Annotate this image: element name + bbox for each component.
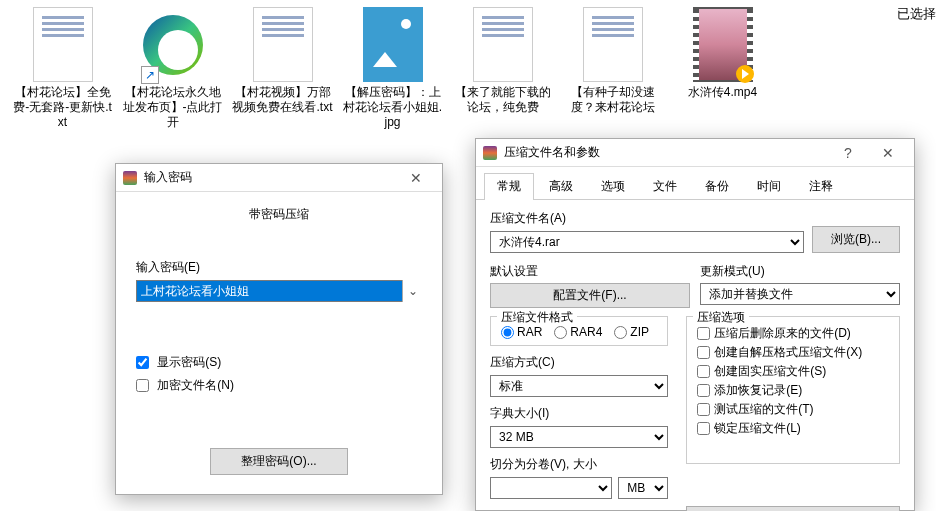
opt-test[interactable] <box>697 403 710 416</box>
tab-time[interactable]: 时间 <box>744 173 794 199</box>
encrypt-names-check[interactable] <box>136 379 149 392</box>
video-icon <box>693 7 753 82</box>
file-item-txt1[interactable]: 【村花论坛】全免费-无套路-更新快.txt <box>10 5 115 132</box>
format-legend: 压缩文件格式 <box>497 309 577 326</box>
password-dialog: 输入密码 ✕ 带密码压缩 输入密码(E) ⌄ 显示密码(S) 加密文件名(N) … <box>115 163 443 495</box>
opt-sfx[interactable] <box>697 346 710 359</box>
update-mode-label: 更新模式(U) <box>700 263 900 280</box>
archive-name-label: 压缩文件名(A) <box>490 210 804 227</box>
file-item-txt4[interactable]: 【有种子却没速度？来村花论坛 <box>560 5 665 132</box>
play-badge-icon <box>736 65 754 83</box>
help-button[interactable]: ? <box>828 140 868 166</box>
desktop-file-area: 【村花论坛】全免费-无套路-更新快.txt ↗ 【村花论坛永久地址发布页】-点此… <box>0 0 936 137</box>
tab-options[interactable]: 选项 <box>588 173 638 199</box>
organize-passwords-button[interactable]: 整理密码(O)... <box>210 448 347 475</box>
archive-name-input[interactable]: 水浒传4.rar <box>490 231 804 253</box>
options-fieldset: 压缩选项 压缩后删除原来的文件(D) 创建自解压格式压缩文件(X) 创建固实压缩… <box>686 316 900 464</box>
file-item-txt3[interactable]: 【来了就能下载的论坛，纯免费 <box>450 5 555 132</box>
txt-icon <box>473 7 533 82</box>
set-password-button[interactable]: 设置密码(P)... <box>686 506 900 511</box>
rar-icon <box>482 145 498 161</box>
close-icon[interactable]: ✕ <box>868 140 908 166</box>
format-fieldset: 压缩文件格式 RAR RAR4 ZIP <box>490 316 668 346</box>
password-heading: 带密码压缩 <box>136 206 422 223</box>
opt-lock[interactable] <box>697 422 710 435</box>
show-password-checkbox[interactable]: 显示密码(S) <box>136 355 221 369</box>
close-icon[interactable]: ✕ <box>396 165 436 191</box>
tab-general[interactable]: 常规 <box>484 173 534 199</box>
tab-comment[interactable]: 注释 <box>796 173 846 199</box>
opt-delete-after[interactable] <box>697 327 710 340</box>
password-input[interactable] <box>136 280 422 302</box>
profile-button[interactable]: 配置文件(F)... <box>490 283 690 308</box>
jpg-icon <box>363 7 423 82</box>
txt-icon <box>583 7 643 82</box>
file-label: 【村花论坛永久地址发布页】-点此打开 <box>122 85 223 130</box>
archive-params-dialog: 压缩文件名和参数 ? ✕ 常规 高级 选项 文件 备份 时间 注释 压缩文件名(… <box>475 138 915 511</box>
file-item-edge[interactable]: ↗ 【村花论坛永久地址发布页】-点此打开 <box>120 5 225 132</box>
file-item-mp4[interactable]: 水浒传4.mp4 <box>670 5 775 132</box>
split-size-input[interactable] <box>490 477 612 499</box>
dict-label: 字典大小(I) <box>490 405 668 422</box>
method-select[interactable]: 标准 <box>490 375 668 397</box>
file-label: 水浒传4.mp4 <box>672 85 773 100</box>
password-dialog-title: 输入密码 <box>144 169 396 186</box>
dict-select[interactable]: 32 MB <box>490 426 668 448</box>
password-dialog-titlebar[interactable]: 输入密码 ✕ <box>116 164 442 192</box>
encrypt-names-checkbox[interactable]: 加密文件名(N) <box>136 378 234 392</box>
tab-bar: 常规 高级 选项 文件 备份 时间 注释 <box>476 167 914 200</box>
txt-icon <box>253 7 313 82</box>
default-profile-label: 默认设置 <box>490 263 690 280</box>
file-label: 【来了就能下载的论坛，纯免费 <box>452 85 553 115</box>
edge-icon: ↗ <box>143 7 203 82</box>
split-label: 切分为分卷(V), 大小 <box>490 456 668 473</box>
rar-icon <box>122 170 138 186</box>
txt-icon <box>33 7 93 82</box>
archive-dialog-titlebar[interactable]: 压缩文件名和参数 ? ✕ <box>476 139 914 167</box>
file-label: 【村花视频】万部视频免费在线看.txt <box>232 85 333 115</box>
options-legend: 压缩选项 <box>693 309 749 326</box>
method-label: 压缩方式(C) <box>490 354 668 371</box>
shortcut-arrow-icon: ↗ <box>141 66 159 84</box>
browse-button[interactable]: 浏览(B)... <box>812 226 900 253</box>
format-zip-radio[interactable]: ZIP <box>614 325 649 339</box>
file-label: 【村花论坛】全免费-无套路-更新快.txt <box>12 85 113 130</box>
format-rar4-radio[interactable]: RAR4 <box>554 325 602 339</box>
tab-advanced[interactable]: 高级 <box>536 173 586 199</box>
opt-recovery[interactable] <box>697 384 710 397</box>
update-mode-select[interactable]: 添加并替换文件 <box>700 283 900 305</box>
file-label: 【有种子却没速度？来村花论坛 <box>562 85 663 115</box>
tab-files[interactable]: 文件 <box>640 173 690 199</box>
file-item-txt2[interactable]: 【村花视频】万部视频免费在线看.txt <box>230 5 335 132</box>
file-label: 【解压密码】：上村花论坛看小姐姐.jpg <box>342 85 443 130</box>
dropdown-arrow-icon[interactable]: ⌄ <box>402 280 422 302</box>
show-password-check[interactable] <box>136 356 149 369</box>
tab-backup[interactable]: 备份 <box>692 173 742 199</box>
selection-status: 已选择 <box>897 5 936 23</box>
archive-dialog-title: 压缩文件名和参数 <box>504 144 828 161</box>
split-unit-select[interactable]: MB <box>618 477 668 499</box>
opt-solid[interactable] <box>697 365 710 378</box>
format-rar-radio[interactable]: RAR <box>501 325 542 339</box>
file-item-jpg[interactable]: 【解压密码】：上村花论坛看小姐姐.jpg <box>340 5 445 132</box>
password-input-label: 输入密码(E) <box>136 259 422 276</box>
